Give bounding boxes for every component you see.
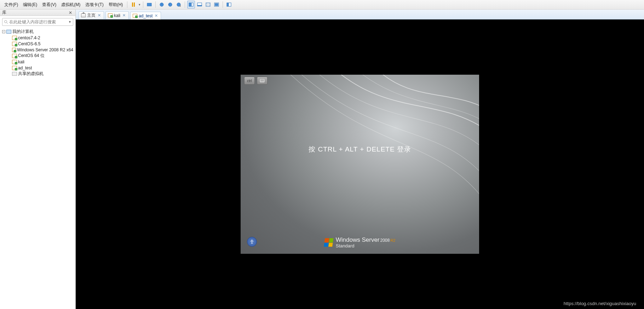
content-area: 主页 ✕ kali ✕ ad_test ✕	[76, 10, 644, 309]
tree-root-mycomputer[interactable]: − 我的计算机	[2, 29, 73, 35]
vm-icon	[12, 54, 17, 58]
tree-root-label: 我的计算机	[12, 29, 34, 35]
svg-rect-5	[189, 3, 191, 6]
svg-line-15	[7, 23, 8, 24]
library-sidebar: 库 ✕ ▼ − 我的计算机 centos7.4-2 CentOS-6.5 Win…	[0, 10, 76, 309]
collapse-icon[interactable]: −	[2, 30, 5, 33]
stretch-button[interactable]	[204, 1, 212, 8]
menu-bar: 文件(F) 编辑(E) 查看(V) 虚拟机(M) 选项卡(T) 帮助(H) ▼	[0, 0, 644, 10]
tab-close-button[interactable]: ✕	[122, 13, 126, 18]
search-dropdown-icon[interactable]: ▼	[68, 20, 71, 24]
search-input[interactable]	[9, 19, 68, 24]
svg-rect-12	[227, 3, 228, 6]
thumbnail-icon	[189, 2, 194, 7]
os-branding: Windows Server2008R2 Standard	[324, 237, 396, 248]
send-cad-button[interactable]	[145, 1, 153, 8]
pause-button[interactable]	[130, 1, 137, 8]
clock-back-icon	[168, 2, 173, 7]
tree-vm-item[interactable]: centos7.4-2	[2, 35, 73, 41]
brand-product: Windows Server	[336, 236, 380, 243]
stretch-icon	[206, 2, 211, 7]
computer-icon	[6, 30, 11, 34]
svg-point-4	[179, 5, 181, 7]
svg-rect-9	[206, 3, 210, 6]
tab-home[interactable]: 主页 ✕	[79, 11, 104, 19]
guest-lang-button[interactable]: ctrl	[244, 77, 255, 85]
tree-vm-label: kali	[18, 59, 24, 64]
search-icon	[4, 20, 8, 24]
menu-file[interactable]: 文件(F)	[2, 1, 20, 9]
vm-display-area[interactable]: ctrl 按 CTRL + ALT + DELETE 登录 Windows Se…	[76, 19, 644, 309]
vm-icon	[12, 60, 17, 64]
pause-dropdown[interactable]: ▼	[138, 3, 141, 6]
tab-ad-test[interactable]: ad_test ✕	[130, 12, 161, 19]
menu-edit[interactable]: 编辑(E)	[21, 1, 39, 9]
sidebar-title: 库	[2, 10, 6, 16]
clock-icon	[159, 2, 164, 7]
tab-strip: 主页 ✕ kali ✕ ad_test ✕	[76, 10, 644, 19]
tab-label: ad_test	[139, 13, 153, 18]
tab-close-button[interactable]: ✕	[97, 13, 102, 18]
windows-logo-icon	[324, 238, 333, 247]
console-icon	[197, 2, 202, 7]
vm-icon	[108, 13, 113, 17]
vm-icon	[12, 48, 16, 52]
home-icon	[81, 13, 86, 17]
brand-edition: Standard	[336, 244, 396, 248]
ease-of-access-button[interactable]	[247, 237, 257, 247]
fullscreen-icon	[214, 2, 219, 7]
vm-icon	[133, 14, 137, 18]
console-button[interactable]	[196, 1, 203, 8]
tree-vm-item[interactable]: Windows Server 2008 R2 x64	[2, 47, 73, 53]
tree-vm-label: CentOS-6.5	[18, 41, 40, 46]
svg-rect-8	[197, 5, 202, 6]
menu-vm[interactable]: 虚拟机(M)	[59, 1, 82, 9]
pause-icon	[132, 2, 135, 7]
tab-kali[interactable]: kali ✕	[105, 11, 129, 19]
svg-rect-16	[260, 79, 265, 82]
tab-label: 主页	[87, 12, 96, 18]
tree-vm-item[interactable]: CentOS-6.5	[2, 41, 73, 47]
svg-rect-0	[147, 3, 151, 6]
tree-vm-item[interactable]: kali	[2, 59, 73, 65]
snapshot-manage-button[interactable]	[175, 1, 183, 8]
svg-point-14	[5, 21, 7, 23]
background-swoosh	[241, 75, 479, 254]
vm-icon	[12, 66, 17, 70]
separator	[143, 1, 143, 8]
library-icon	[226, 2, 231, 7]
clock-gear-icon	[176, 2, 181, 7]
brand-main-line: Windows Server2008R2	[336, 237, 396, 243]
separator	[155, 1, 156, 8]
sidebar-close-button[interactable]: ✕	[68, 10, 73, 15]
tab-close-button[interactable]: ✕	[154, 13, 159, 18]
tree-vm-label: centos7.4-2	[18, 35, 40, 40]
login-prompt: 按 CTRL + ALT + DELETE 登录	[241, 145, 479, 154]
fullscreen-button[interactable]	[213, 1, 220, 8]
vm-icon	[12, 36, 17, 40]
menu-view[interactable]: 查看(V)	[40, 1, 58, 9]
tree-vm-label: ad_test	[18, 65, 32, 70]
separator	[185, 1, 185, 8]
keyboard-icon	[147, 2, 152, 7]
sidebar-header: 库 ✕	[0, 10, 75, 16]
snapshot-revert-button[interactable]	[166, 1, 174, 8]
library-toggle-button[interactable]	[225, 1, 233, 8]
ease-of-access-icon	[249, 239, 254, 244]
menu-tabs[interactable]: 选项卡(T)	[83, 1, 105, 9]
guest-screen[interactable]: ctrl 按 CTRL + ALT + DELETE 登录 Windows Se…	[241, 75, 479, 254]
watermark: https://blog.csdn.net/xiguashixiaoyu	[564, 301, 636, 306]
separator	[127, 1, 127, 8]
svg-point-19	[252, 240, 253, 241]
snapshot-take-button[interactable]	[158, 1, 166, 8]
tree-vm-item[interactable]: ad_test	[2, 65, 73, 71]
menu-help[interactable]: 帮助(H)	[107, 1, 125, 9]
search-box[interactable]: ▼	[2, 18, 73, 26]
tree-vm-item[interactable]: CentOS 64 位	[2, 53, 73, 59]
tree-vm-label: Windows Server 2008 R2 x64	[17, 47, 73, 52]
thumbnail-button[interactable]	[187, 1, 195, 8]
tree-shared-vms[interactable]: 共享的虚拟机	[2, 71, 73, 77]
svg-rect-13	[229, 3, 231, 6]
svg-rect-11	[215, 4, 218, 6]
guest-keyboard-button[interactable]	[257, 77, 268, 85]
